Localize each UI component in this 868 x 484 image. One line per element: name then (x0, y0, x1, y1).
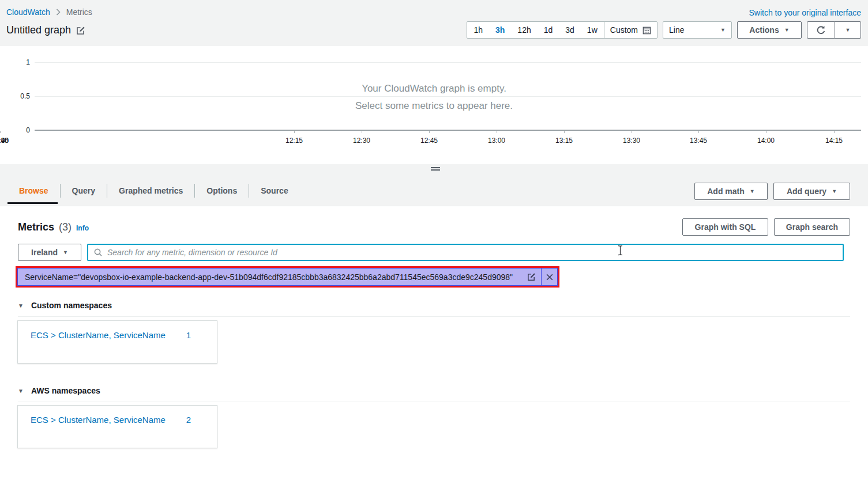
add-query-label: Add query (787, 187, 826, 196)
filter-token-text: ServiceName="devopsbox-io-example-backen… (18, 273, 527, 282)
time-range-control: 1h 3h 12h 1d 3d 1w Custom (467, 21, 657, 39)
namespace-link[interactable]: ECS > ClusterName, ServiceName (31, 415, 166, 425)
x-axis-tick: 14:00 (757, 137, 775, 145)
remove-token-button[interactable] (542, 269, 557, 285)
time-range-3d[interactable]: 3d (559, 22, 581, 38)
tab-browse[interactable]: Browse (7, 180, 60, 202)
search-icon (93, 248, 103, 257)
time-range-3h[interactable]: 3h (489, 22, 511, 38)
refresh-icon (816, 25, 826, 35)
region-select[interactable]: Ireland ▼ (18, 244, 81, 261)
gridline (35, 62, 861, 63)
namespace-metric-count: 1 (186, 330, 191, 340)
tab-options[interactable]: Options (195, 180, 249, 202)
chevron-down-icon: ▼ (832, 189, 837, 194)
namespace-link[interactable]: ECS > ClusterName, ServiceName (31, 330, 166, 340)
aws-namespaces-section-header[interactable]: ▼ AWS namespaces (18, 386, 850, 402)
refresh-options-button[interactable]: ▼ (835, 21, 861, 39)
x-axis-tick: 12:45 (420, 137, 438, 145)
switch-original-interface-link[interactable]: Switch to your original interface (749, 8, 861, 17)
metrics-count: (3) (59, 221, 72, 233)
x-axis-tick: 15:00 (0, 137, 9, 145)
breadcrumb: CloudWatch Metrics (6, 7, 92, 17)
graph-toolbar: 1h 3h 12h 1d 3d 1w Custom Line ▼ Actions… (467, 21, 861, 39)
panel-resize-handle[interactable] (431, 167, 440, 172)
section-title: AWS namespaces (31, 386, 100, 395)
breadcrumb-current: Metrics (66, 7, 92, 17)
metrics-tabs: Browse Query Graphed metrics Options Sou… (7, 180, 300, 202)
x-axis-tick: 12:15 (285, 137, 303, 145)
x-axis-tick: 13:00 (488, 137, 505, 145)
section-title: Custom namespaces (31, 301, 112, 310)
add-query-button[interactable]: Add query ▼ (773, 183, 850, 200)
custom-label: Custom (610, 25, 638, 35)
time-range-12h[interactable]: 12h (511, 22, 537, 38)
breadcrumb-cloudwatch-link[interactable]: CloudWatch (6, 7, 50, 17)
annotation-highlight: ServiceName="devopsbox-io-example-backen… (16, 266, 559, 288)
refresh-split-button: ▼ (807, 21, 861, 39)
search-filter-token: ServiceName="devopsbox-io-example-backen… (17, 268, 558, 286)
tab-query[interactable]: Query (61, 180, 107, 202)
active-tab-indicator (7, 202, 58, 204)
empty-graph-title: Your CloudWatch graph is empty. (0, 83, 868, 94)
chevron-down-icon: ▼ (720, 28, 726, 33)
namespace-card-ecs-custom[interactable]: ECS > ClusterName, ServiceName 1 (17, 320, 217, 364)
calendar-icon (642, 26, 651, 35)
browse-panel: Metrics (3) Info Graph with SQL Graph se… (0, 206, 868, 484)
namespace-card-ecs-aws[interactable]: ECS > ClusterName, ServiceName 2 (17, 405, 217, 448)
metric-search-input[interactable] (107, 248, 837, 257)
collapse-triangle-icon: ▼ (18, 388, 24, 394)
chevron-down-icon: ▼ (846, 28, 851, 33)
metrics-title: Metrics (18, 221, 54, 233)
x-axis-tick: 14:15 (825, 137, 843, 145)
namespace-metric-count: 2 (186, 415, 191, 425)
tab-graphed-metrics[interactable]: Graphed metrics (107, 180, 194, 202)
y-axis-tick: 1 (2, 58, 30, 66)
cloudwatch-graph: 1 0.5 0 Your CloudWatch graph is empty. … (0, 46, 868, 164)
chevron-down-icon: ▼ (63, 250, 68, 255)
add-math-label: Add math (707, 187, 745, 196)
time-range-custom[interactable]: Custom (604, 22, 657, 38)
close-icon (546, 273, 554, 281)
info-link[interactable]: Info (76, 224, 89, 232)
chevron-right-icon (56, 9, 61, 16)
x-axis-tick: 13:30 (623, 137, 640, 145)
graph-search-button[interactable]: Graph search (774, 218, 850, 236)
y-axis-tick: 0 (2, 126, 30, 134)
refresh-button[interactable] (807, 21, 835, 39)
actions-label: Actions (749, 25, 779, 35)
chevron-down-icon: ▼ (784, 28, 790, 33)
edit-title-icon[interactable] (76, 26, 85, 35)
time-range-1d[interactable]: 1d (538, 22, 559, 38)
chevron-down-icon: ▼ (750, 189, 755, 194)
graph-type-select[interactable]: Line ▼ (663, 21, 732, 39)
time-range-1w[interactable]: 1w (581, 22, 604, 38)
time-range-1h[interactable]: 1h (467, 22, 489, 38)
graph-with-sql-button[interactable]: Graph with SQL (682, 218, 768, 236)
add-math-button[interactable]: Add math ▼ (694, 183, 768, 200)
metric-search-field (87, 244, 844, 261)
gridline (35, 96, 861, 97)
graph-type-value: Line (669, 25, 684, 35)
empty-graph-subtitle: Select some metrics to appear here. (0, 100, 868, 112)
x-axis-line (35, 130, 861, 131)
x-axis-tick: 12:30 (353, 137, 370, 145)
edit-token-icon[interactable] (527, 273, 536, 281)
x-axis-tick: 13:45 (690, 137, 707, 145)
tab-source[interactable]: Source (249, 180, 299, 202)
region-value: Ireland (31, 248, 58, 257)
collapse-triangle-icon: ▼ (18, 302, 24, 309)
cloudwatch-metrics-page: CloudWatch Metrics Switch to your origin… (0, 0, 868, 484)
graph-title: Untitled graph (6, 24, 71, 36)
x-axis-tick: 13:15 (555, 137, 573, 145)
actions-button[interactable]: Actions ▼ (737, 21, 802, 39)
custom-namespaces-section-header[interactable]: ▼ Custom namespaces (18, 301, 850, 317)
